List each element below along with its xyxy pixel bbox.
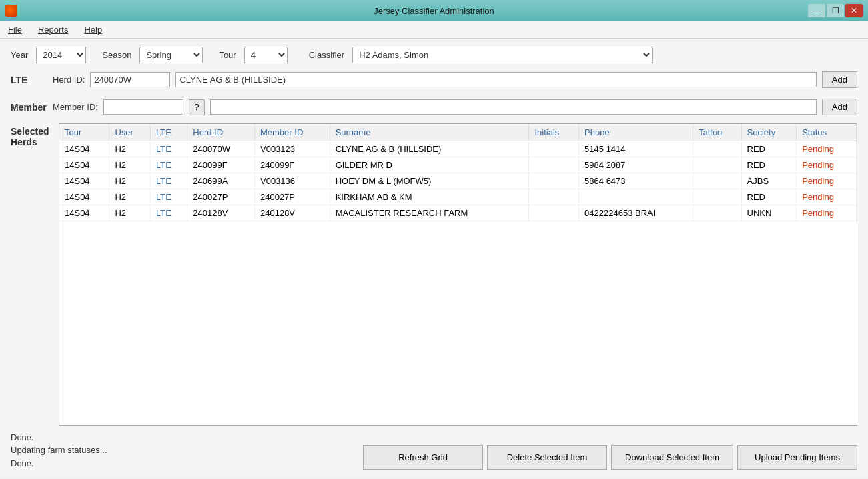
classifier-label: Classifier	[309, 50, 344, 60]
cell-surname: HOEY DM & L (MOFW5)	[330, 173, 529, 189]
cell-herd-id: 240128V	[187, 205, 255, 221]
status-text: Done. Updating farm statuses... Done.	[11, 431, 352, 470]
member-name-input[interactable]	[210, 99, 817, 115]
cell-tattoo	[693, 141, 741, 157]
title-bar: Jersey Classifier Administration — ❐ ✕	[0, 0, 868, 21]
member-id-label: Member ID:	[53, 102, 98, 112]
col-tour: Tour	[59, 124, 109, 141]
main-content: Year 2014 2013 2012 2015 Season Spring S…	[0, 39, 868, 478]
cell-member-id: V003123	[254, 141, 330, 157]
cell-user: H2	[109, 189, 151, 205]
herd-name-input[interactable]	[175, 72, 816, 87]
table-row[interactable]: 14S04 H2 LTE 240699A V003136 HOEY DM & L…	[59, 173, 857, 189]
table-row[interactable]: 14S04 H2 LTE 240070W V003123 CLYNE AG & …	[59, 141, 857, 157]
title-bar-controls: — ❐ ✕	[808, 4, 863, 17]
upload-pending-button[interactable]: Upload Pending Items	[737, 445, 857, 470]
cell-herd-id: 240070W	[187, 141, 255, 157]
table-row[interactable]: 14S04 H2 LTE 240128V 240128V MACALISTER …	[59, 205, 857, 221]
season-select[interactable]: Spring Summer Fall Winter	[139, 47, 203, 63]
cell-status: Pending	[797, 173, 857, 189]
col-tattoo: Tattoo	[693, 124, 741, 141]
cell-member-id: 240128V	[254, 205, 330, 221]
table-body: 14S04 H2 LTE 240070W V003123 CLYNE AG & …	[59, 141, 857, 221]
cell-user: H2	[109, 141, 151, 157]
minimize-button[interactable]: —	[808, 4, 825, 17]
cell-phone: 5145 1414	[579, 141, 693, 157]
cell-herd-id: 240099F	[187, 157, 255, 173]
year-label: Year	[11, 50, 28, 60]
menu-bar: File Reports Help	[0, 21, 868, 39]
year-select[interactable]: 2014 2013 2012 2015	[36, 47, 86, 63]
cell-status: Pending	[797, 189, 857, 205]
season-label: Season	[102, 50, 131, 60]
member-row: Member Member ID: ? Add	[11, 96, 857, 118]
cell-lte: LTE	[151, 157, 187, 173]
cell-tattoo	[693, 205, 741, 221]
menu-file[interactable]: File	[5, 23, 25, 36]
close-button[interactable]: ✕	[845, 4, 863, 17]
bottom-area: Done. Updating farm statuses... Done. Re…	[11, 431, 857, 470]
tour-select[interactable]: 4 1 2 3 5	[244, 47, 288, 63]
delete-selected-button[interactable]: Delete Selected Item	[487, 445, 607, 470]
bottom-buttons: Refresh Grid Delete Selected Item Downlo…	[363, 445, 857, 470]
cell-initials	[529, 141, 579, 157]
cell-user: H2	[109, 173, 151, 189]
cell-lte: LTE	[151, 173, 187, 189]
cell-initials	[529, 189, 579, 205]
herd-id-input[interactable]	[90, 72, 170, 87]
classifier-select[interactable]: H2 Adams, Simon H3 Brown, John	[352, 47, 653, 63]
cell-tour: 14S04	[59, 189, 109, 205]
status-line-2: Updating farm statuses...	[11, 444, 352, 457]
cell-society: RED	[741, 189, 797, 205]
cell-lte: LTE	[151, 189, 187, 205]
col-member-id: Member ID	[254, 124, 330, 141]
grid-container[interactable]: Tour User LTE Herd ID Member ID Surname …	[59, 123, 857, 426]
status-line-3: Done.	[11, 457, 352, 470]
window-title: Jersey Classifier Administration	[374, 6, 494, 16]
menu-reports[interactable]: Reports	[35, 23, 71, 36]
maximize-button[interactable]: ❐	[827, 4, 844, 17]
member-section-label: Member	[11, 102, 47, 113]
menu-help[interactable]: Help	[81, 23, 105, 36]
cell-society: UNKN	[741, 205, 797, 221]
lte-add-button[interactable]: Add	[822, 71, 857, 88]
refresh-grid-button[interactable]: Refresh Grid	[363, 445, 483, 470]
col-user: User	[109, 124, 151, 141]
cell-tattoo	[693, 173, 741, 189]
herd-id-label: Herd ID:	[53, 75, 85, 85]
cell-surname: MACALISTER RESEARCH FARM	[330, 205, 529, 221]
cell-status: Pending	[797, 157, 857, 173]
col-initials: Initials	[529, 124, 579, 141]
col-herd-id: Herd ID	[187, 124, 255, 141]
member-id-input[interactable]	[103, 99, 183, 115]
cell-tour: 14S04	[59, 141, 109, 157]
cell-member-id: 240099F	[254, 157, 330, 173]
selected-herds-container: SelectedHerds Tour User LTE Herd ID Memb…	[11, 123, 857, 426]
cell-initials	[529, 157, 579, 173]
app-icon	[5, 5, 17, 17]
cell-status: Pending	[797, 205, 857, 221]
table-row[interactable]: 14S04 H2 LTE 240099F 240099F GILDER MR D…	[59, 157, 857, 173]
cell-lte: LTE	[151, 205, 187, 221]
member-add-button[interactable]: Add	[822, 99, 857, 115]
table-header-row: Tour User LTE Herd ID Member ID Surname …	[59, 124, 857, 141]
table-row[interactable]: 14S04 H2 LTE 240027P 240027P KIRKHAM AB …	[59, 189, 857, 205]
download-selected-button[interactable]: Download Selected Item	[611, 445, 733, 470]
cell-herd-id: 240027P	[187, 189, 255, 205]
status-line-1: Done.	[11, 431, 352, 444]
col-society: Society	[741, 124, 797, 141]
cell-initials	[529, 173, 579, 189]
cell-tattoo	[693, 157, 741, 173]
lte-section-label: LTE	[11, 75, 47, 85]
lte-row: LTE Herd ID: Add	[11, 69, 857, 91]
cell-surname: GILDER MR D	[330, 157, 529, 173]
cell-tattoo	[693, 189, 741, 205]
col-lte: LTE	[151, 124, 187, 141]
question-button[interactable]: ?	[189, 99, 205, 115]
selected-herds-label: SelectedHerds	[11, 123, 51, 426]
filter-row: Year 2014 2013 2012 2015 Season Spring S…	[11, 47, 857, 63]
cell-lte: LTE	[151, 141, 187, 157]
col-surname: Surname	[330, 124, 529, 141]
cell-surname: KIRKHAM AB & KM	[330, 189, 529, 205]
cell-initials	[529, 205, 579, 221]
